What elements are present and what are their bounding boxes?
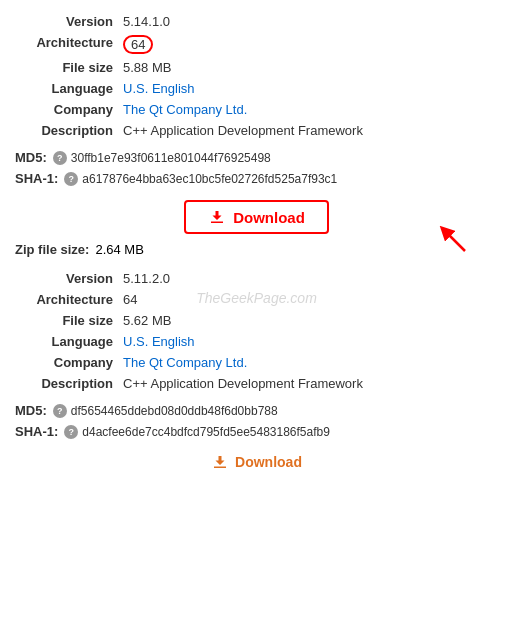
version-label-1: Version <box>17 12 117 31</box>
section-1: Version 5.14.1.0 Architecture 64 File si… <box>15 10 498 186</box>
architecture-label-1: Architecture <box>17 33 117 56</box>
md5-help-icon-2[interactable]: ? <box>53 404 67 418</box>
version-label-2: Version <box>17 269 117 288</box>
company-value-text-2: The Qt Company Ltd. <box>123 355 247 370</box>
sha1-row-1: SHA-1: ? a617876e4bba63ec10bc5fe02726fd5… <box>15 171 498 186</box>
md5-label-1: MD5: <box>15 150 47 165</box>
md5-label-2: MD5: <box>15 403 47 418</box>
sha1-value-2: d4acfee6de7cc4bdfcd795fd5ee5483186f5afb9 <box>82 425 330 439</box>
architecture-highlight-1: 64 <box>123 35 153 54</box>
sha1-row-2: SHA-1: ? d4acfee6de7cc4bdfcd795fd5ee5483… <box>15 424 498 439</box>
description-row-1: Description C++ Application Development … <box>17 121 496 140</box>
architecture-row-2: Architecture 64 <box>17 290 496 309</box>
version-row-1: Version 5.14.1.0 <box>17 12 496 31</box>
download-button-2[interactable]: Download <box>211 453 302 471</box>
company-value-2: The Qt Company Ltd. <box>119 353 496 372</box>
architecture-value-2: 64 <box>119 290 496 309</box>
company-row-1: Company The Qt Company Ltd. <box>17 100 496 119</box>
svg-rect-0 <box>211 222 223 224</box>
language-label-2: Language <box>17 332 117 351</box>
architecture-value-1: 64 <box>119 33 496 56</box>
filesize-value-1: 5.88 MB <box>119 58 496 77</box>
download-button-wrapper-2: Download <box>15 453 498 471</box>
architecture-label-2: Architecture <box>17 290 117 309</box>
filesize-value-2: 5.62 MB <box>119 311 496 330</box>
filesize-row-1: File size 5.88 MB <box>17 58 496 77</box>
download-label-1: Download <box>233 209 305 226</box>
description-label-1: Description <box>17 121 117 140</box>
filesize-label-2: File size <box>17 311 117 330</box>
info-table-1: Version 5.14.1.0 Architecture 64 File si… <box>15 10 498 142</box>
sha1-help-icon-2[interactable]: ? <box>64 425 78 439</box>
language-label-1: Language <box>17 79 117 98</box>
description-label-2: Description <box>17 374 117 393</box>
version-value-2: 5.11.2.0 <box>119 269 496 288</box>
download-button-1[interactable]: Download <box>184 200 329 234</box>
architecture-row-1: Architecture 64 <box>17 33 496 56</box>
language-value-1: U.S. English <box>119 79 496 98</box>
zip-label: Zip file size: <box>15 242 89 257</box>
sha1-help-icon-1[interactable]: ? <box>64 172 78 186</box>
md5-value-1: 30ffb1e7e93f0611e801044f76925498 <box>71 151 271 165</box>
description-value-2: C++ Application Development Framework <box>119 374 496 393</box>
language-value-text-1: U.S. English <box>123 81 195 96</box>
md5-row-2: MD5: ? df5654465ddebd08d0ddb48f6d0bb788 <box>15 403 498 418</box>
md5-help-icon-1[interactable]: ? <box>53 151 67 165</box>
filesize-row-2: File size 5.62 MB <box>17 311 496 330</box>
svg-rect-3 <box>214 467 226 469</box>
download-icon-2 <box>211 453 229 471</box>
md5-row-1: MD5: ? 30ffb1e7e93f0611e801044f76925498 <box>15 150 498 165</box>
zip-value: 2.64 MB <box>95 242 143 257</box>
company-value-text-1: The Qt Company Ltd. <box>123 102 247 117</box>
language-row-2: Language U.S. English <box>17 332 496 351</box>
section-2: Version 5.11.2.0 Architecture 64 File si… <box>15 267 498 439</box>
svg-line-2 <box>445 231 465 251</box>
sha1-value-1: a617876e4bba63ec10bc5fe02726fd525a7f93c1 <box>82 172 337 186</box>
sha1-label-2: SHA-1: <box>15 424 58 439</box>
description-row-2: Description C++ Application Development … <box>17 374 496 393</box>
language-value-2: U.S. English <box>119 332 496 351</box>
version-value-1: 5.14.1.0 <box>119 12 496 31</box>
company-label-1: Company <box>17 100 117 119</box>
info-table-2: Version 5.11.2.0 Architecture 64 File si… <box>15 267 498 395</box>
description-value-1: C++ Application Development Framework <box>119 121 496 140</box>
sha1-label-1: SHA-1: <box>15 171 58 186</box>
download-button-wrapper-1: Download <box>15 200 498 234</box>
download-label-2: Download <box>235 454 302 470</box>
version-row-2: Version 5.11.2.0 <box>17 269 496 288</box>
company-value-1: The Qt Company Ltd. <box>119 100 496 119</box>
filesize-label-1: File size <box>17 58 117 77</box>
download-icon-1 <box>208 208 226 226</box>
company-row-2: Company The Qt Company Ltd. <box>17 353 496 372</box>
language-value-text-2: U.S. English <box>123 334 195 349</box>
md5-value-2: df5654465ddebd08d0ddb48f6d0bb788 <box>71 404 278 418</box>
language-row-1: Language U.S. English <box>17 79 496 98</box>
red-arrow-annotation <box>400 196 470 256</box>
company-label-2: Company <box>17 353 117 372</box>
